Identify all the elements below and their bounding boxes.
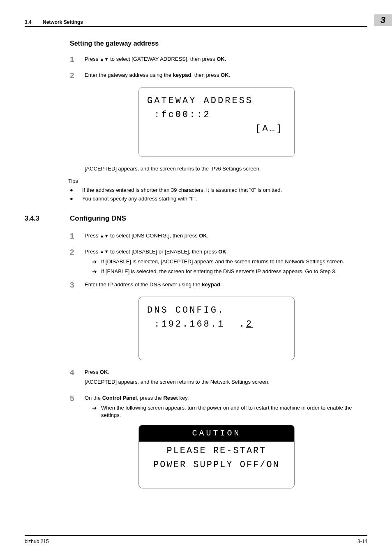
ok-key: OK xyxy=(217,56,225,62)
lcd-dns: DNS CONFIG. :192.168.1 .2 xyxy=(138,297,295,360)
text: . xyxy=(108,369,109,375)
lcd-line: GATEWAY ADDRESS xyxy=(147,94,286,108)
step-body: Press OK. [ACCEPTED] appears, and the sc… xyxy=(85,368,363,388)
keypad-key: keypad xyxy=(173,72,191,78)
step-2: 2 Press ▲▼ to select [DISABLE] or [ENABL… xyxy=(70,248,363,276)
text: Press xyxy=(85,233,100,239)
step-1: 1 Press ▲▼ to select [GATEWAY ADDRESS], … xyxy=(70,55,363,65)
arrow-icon: ➔ xyxy=(92,258,101,265)
step-number: 2 xyxy=(70,71,85,81)
text: key. xyxy=(178,395,189,401)
step-body: Enter the IP address of the DNS server u… xyxy=(85,281,363,291)
up-down-arrows-icon: ▲▼ xyxy=(100,233,109,239)
section-number: 3.4 xyxy=(25,19,32,25)
step-number: 4 xyxy=(70,368,85,388)
section-number: 3.4.3 xyxy=(25,214,70,223)
step-3: 3 Enter the IP address of the DNS server… xyxy=(70,281,363,291)
step-number: 5 xyxy=(70,394,85,419)
step-number: 3 xyxy=(70,281,85,291)
section-heading-row: 3.4.3 Configuring DNS xyxy=(25,214,363,223)
sub-text: If [ENABLE] is selected, the screen for … xyxy=(101,268,363,275)
step-1: 1 Press ▲▼ to select [DNS CONFIG.], then… xyxy=(70,232,363,242)
step-5: 5 On the Control Panel, press the Reset … xyxy=(70,394,363,419)
step-body: On the Control Panel, press the Reset ke… xyxy=(85,394,363,419)
text: . xyxy=(229,72,231,78)
text: Enter the IP address of the DNS server u… xyxy=(85,281,202,288)
sub-item: ➔ If [DISABLE] is selected, [ACCEPTED] a… xyxy=(92,258,363,265)
sub-item: ➔ When the following screen appears, tur… xyxy=(92,404,363,419)
tip-item: ● If the address entered is shorter than… xyxy=(70,187,363,194)
heading-gateway: Setting the gateway address xyxy=(70,39,363,48)
ok-key: OK xyxy=(221,72,229,78)
lcd-line: :fc00::2 xyxy=(147,108,286,122)
text: , then press xyxy=(191,72,221,78)
footer-page: 3-14 xyxy=(357,538,367,545)
page-header: 3.4 Network Settings 3 xyxy=(25,14,367,27)
bullet-icon: ● xyxy=(70,195,82,203)
sub-text: If [DISABLE] is selected, [ACCEPTED] app… xyxy=(101,258,363,265)
text: On the xyxy=(85,395,102,401)
lcd-caution: CAUTION PLEASE RE-START POWER SUPPLY OFF… xyxy=(138,425,295,488)
arrow-icon: ➔ xyxy=(92,404,101,419)
lcd-line: [A…] xyxy=(147,122,286,136)
result-text: [ACCEPTED] appears, and the screen retur… xyxy=(85,165,363,173)
up-down-arrows-icon: ▲▼ xyxy=(100,56,109,62)
text: Press xyxy=(85,369,100,375)
section-title: Network Settings xyxy=(43,19,83,25)
tip-text: You cannot specify any address starting … xyxy=(82,195,363,203)
tip-text: If the address entered is shorter than 3… xyxy=(82,187,363,194)
step-number: 1 xyxy=(70,55,85,65)
chapter-number: 3 xyxy=(380,14,385,27)
text: . xyxy=(207,233,209,239)
bullet-icon: ● xyxy=(70,187,82,194)
arrow-icon: ➔ xyxy=(92,268,101,275)
step-body: Enter the gateway address using the keyp… xyxy=(85,71,363,81)
step-body: Press ▲▼ to select [DNS CONFIG.], then p… xyxy=(85,232,363,242)
lcd-line: :192.168.1 .2 xyxy=(147,318,286,332)
ok-key: OK xyxy=(199,233,207,239)
reset-key: Reset xyxy=(163,395,178,401)
text: to select [DNS CONFIG.], then press xyxy=(109,233,199,239)
text: . xyxy=(225,56,226,62)
text: . xyxy=(226,249,228,255)
tip-item: ● You cannot specify any address startin… xyxy=(70,195,363,203)
lcd-header: CAUTION xyxy=(139,425,294,442)
lcd-line: DNS CONFIG. xyxy=(147,304,286,318)
footer-model: bizhub 215 xyxy=(25,538,49,545)
text: Enter the gateway address using the xyxy=(85,72,173,78)
control-panel: Control Panel xyxy=(102,395,137,401)
lcd-line: POWER SUPPLY OFF/ON xyxy=(147,458,286,472)
step-number: 1 xyxy=(70,232,85,242)
sub-item: ➔ If [ENABLE] is selected, the screen fo… xyxy=(92,268,363,275)
page-footer: bizhub 215 3-14 xyxy=(25,535,367,545)
step-number: 2 xyxy=(70,248,85,276)
step-body: Press ▲▼ to select [GATEWAY ADDRESS], th… xyxy=(85,55,363,65)
step-2: 2 Enter the gateway address using the ke… xyxy=(70,71,363,81)
section-title: Configuring DNS xyxy=(70,214,126,223)
lcd-gateway: GATEWAY ADDRESS :fc00::2 [A…] xyxy=(138,87,295,157)
step-body: Press ▲▼ to select [DISABLE] or [ENABLE]… xyxy=(85,248,363,276)
text: , press the xyxy=(137,395,163,401)
cursor-char: 2 xyxy=(246,319,253,329)
text: . xyxy=(220,281,222,288)
lcd-line: PLEASE RE-START xyxy=(147,444,286,458)
result-text: [ACCEPTED] appears, and the screen retur… xyxy=(85,378,363,386)
text: to select [GATEWAY ADDRESS], then press xyxy=(109,56,217,62)
text: Press xyxy=(85,249,100,255)
sub-text: When the following screen appears, turn … xyxy=(101,404,363,419)
keypad-key: keypad xyxy=(202,281,220,288)
header-left: 3.4 Network Settings xyxy=(25,19,83,26)
up-down-arrows-icon: ▲▼ xyxy=(100,249,109,255)
text: to select [DISABLE] or [ENABLE], then pr… xyxy=(109,249,219,255)
tips-label: Tips xyxy=(68,177,363,185)
chapter-badge: 3 xyxy=(374,14,392,26)
text: Press xyxy=(85,56,100,62)
ok-key: OK xyxy=(218,249,226,255)
step-4: 4 Press OK. [ACCEPTED] appears, and the … xyxy=(70,368,363,388)
ok-key: OK xyxy=(100,369,108,375)
